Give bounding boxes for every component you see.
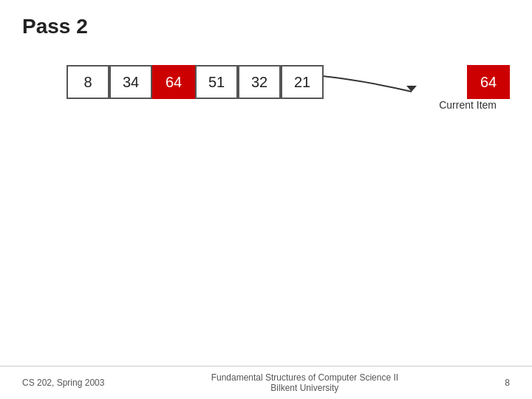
box-3: 51 <box>195 65 238 99</box>
current-item-label: Current Item <box>439 99 497 111</box>
box-6: 64 <box>467 65 510 99</box>
slide: Pass 2 compare 8 34 64 <box>0 0 532 399</box>
footer-center-line2: Bilkent University <box>104 383 505 393</box>
footer-left: CS 202, Spring 2003 <box>22 378 104 388</box>
slide-title: Pass 2 <box>22 15 510 38</box>
footer-center: Fundamental Structures of Computer Scien… <box>104 372 505 393</box>
footer-right: 8 <box>505 378 510 388</box>
box-4: 32 <box>238 65 281 99</box>
footer: CS 202, Spring 2003 Fundamental Structur… <box>0 366 532 399</box>
array-section: compare 8 34 64 <box>66 65 510 99</box>
footer-center-line1: Fundamental Structures of Computer Scien… <box>104 372 505 383</box>
boxes-row: 8 34 64 51 32 21 <box>66 65 510 99</box>
box-5: 21 <box>281 65 324 99</box>
box-1: 34 <box>109 65 152 99</box>
box-2: 64 <box>152 65 195 99</box>
box-0: 8 <box>66 65 109 99</box>
